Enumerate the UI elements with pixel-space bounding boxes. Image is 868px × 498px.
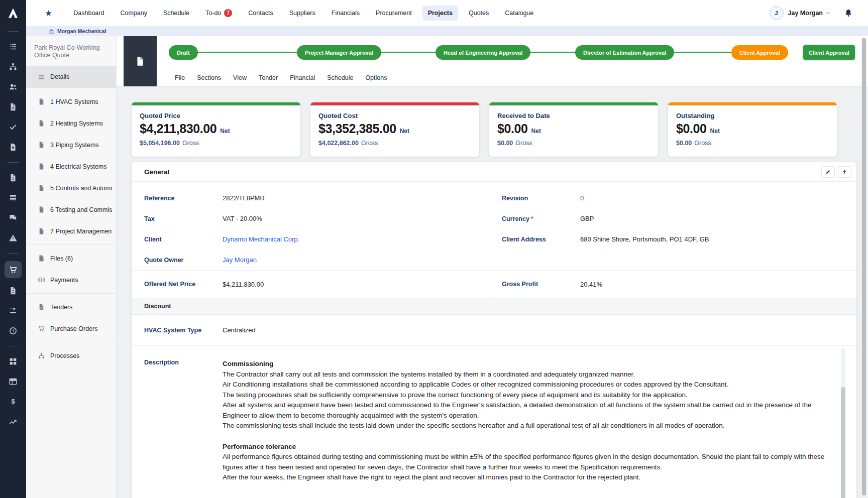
- nav-suppliers[interactable]: Suppliers: [284, 6, 321, 21]
- sidebar-item-label: 6 Testing and Commissioning: [50, 206, 112, 213]
- field-value-revision[interactable]: 0: [580, 194, 584, 202]
- sidebar-item-details[interactable]: Details: [26, 66, 116, 88]
- bank-icon: [49, 29, 54, 34]
- star-icon[interactable]: ★: [45, 9, 52, 18]
- nav-label: Company: [120, 10, 147, 17]
- avatar[interactable]: J: [770, 6, 784, 20]
- sidebar-item-section-4[interactable]: 4 Electrical Systems: [26, 156, 116, 177]
- menu-tender[interactable]: Tender: [259, 74, 278, 81]
- trend-icon[interactable]: [9, 417, 18, 426]
- step-label: Director of Estimation Approval: [583, 50, 666, 56]
- table-icon[interactable]: [9, 377, 18, 386]
- nav-company[interactable]: Company: [115, 6, 153, 21]
- nav-financials[interactable]: Financials: [326, 6, 365, 21]
- nav-label: Suppliers: [289, 10, 315, 17]
- document-icon[interactable]: [9, 286, 18, 295]
- sidebar-item-label: 3 Piping Systems: [50, 142, 99, 149]
- menu-view[interactable]: View: [233, 74, 247, 81]
- menu-file[interactable]: File: [175, 74, 185, 81]
- rail-divider: [8, 31, 19, 32]
- page-scrollbar[interactable]: [861, 37, 866, 496]
- field-label-description: Description: [144, 359, 223, 366]
- kpi-net-suffix: Net: [400, 128, 409, 135]
- workflow-step-estimation-approval[interactable]: Director of Estimation Approval: [575, 45, 674, 60]
- description-scrollbar[interactable]: [841, 348, 845, 498]
- sitemap-icon: [38, 352, 45, 359]
- description-row: Description Commissioning The Contractor…: [132, 346, 856, 498]
- sidebar-item-section-1[interactable]: 1 HVAC Systems: [26, 91, 116, 112]
- page-scrollbar-thumb[interactable]: [862, 38, 866, 495]
- bell-icon[interactable]: [844, 9, 853, 18]
- menu-sections[interactable]: Sections: [197, 74, 221, 81]
- nav-dashboard[interactable]: Dashboard: [68, 6, 110, 21]
- cart-icon-selected[interactable]: [5, 261, 22, 278]
- menu-schedule[interactable]: Schedule: [327, 74, 353, 81]
- sidebar-item-section-2[interactable]: 2 Heating Systems: [26, 112, 116, 134]
- sidebar-item-tenders[interactable]: Tenders: [26, 296, 116, 318]
- client-approval-button[interactable]: Client Approval: [803, 45, 855, 60]
- workflow-step-client-approval[interactable]: Client Approval: [731, 45, 788, 60]
- svg-text:$: $: [11, 398, 15, 405]
- people-icon[interactable]: [9, 82, 18, 91]
- sidebar-item-section-5[interactable]: 5 Controls and Automation: [26, 177, 116, 199]
- chat-icon[interactable]: [9, 213, 18, 222]
- workflow-step-engineering-approval[interactable]: Head of Engineering Approval: [436, 45, 530, 60]
- kpi-title: Received to Date: [497, 112, 650, 119]
- quote-sidebar: Park Royal Co-Working Office Quote Detai…: [26, 36, 117, 498]
- sidebar-item-label: Files (6): [50, 255, 73, 262]
- list-icon[interactable]: [9, 42, 18, 51]
- sitemap-icon[interactable]: [9, 62, 18, 71]
- document-icon: [135, 56, 146, 67]
- field-value-reference: 2822/TL8PMR: [223, 194, 265, 202]
- sidebar-item-processes[interactable]: Processes: [26, 345, 116, 366]
- kpi-gross-value: $0.00: [497, 140, 513, 147]
- sidebar-item-payments[interactable]: Payments: [26, 269, 116, 291]
- icon-rail: $: [0, 0, 26, 498]
- menu-options[interactable]: Options: [365, 74, 387, 81]
- document-icon[interactable]: [9, 173, 18, 182]
- field-value-quote-owner[interactable]: Jay Morgan: [223, 256, 257, 264]
- user-name[interactable]: Jay Morgan: [788, 10, 823, 17]
- nav-todo[interactable]: To-do7: [200, 5, 238, 21]
- grid-icon[interactable]: [9, 357, 18, 366]
- edit-button[interactable]: [821, 166, 835, 178]
- sidebar-item-files[interactable]: Files (6): [26, 247, 116, 269]
- nav-procurement[interactable]: Procurement: [370, 6, 417, 21]
- app-logo[interactable]: [0, 0, 26, 26]
- workflow-step-pm-approval[interactable]: Project Manager Approval: [297, 45, 381, 60]
- breadcrumb-label[interactable]: Morgan Mechanical: [57, 28, 106, 34]
- workflow-step-draft[interactable]: Draft: [169, 45, 198, 60]
- nav-catalogue[interactable]: Catalogue: [499, 6, 539, 21]
- sidebar-item-section-3[interactable]: 3 Piping Systems: [26, 134, 116, 156]
- field-value-tax: VAT - 20.00%: [223, 215, 262, 222]
- clock-icon[interactable]: [9, 326, 18, 335]
- field-value-client[interactable]: Dynamo Mechanical Corp.: [223, 235, 299, 243]
- nav-contacts[interactable]: Contacts: [243, 6, 278, 21]
- description-scrollbar-thumb[interactable]: [841, 387, 845, 498]
- sidebar-item-section-6[interactable]: 6 Testing and Commissioning: [26, 199, 116, 220]
- dollar-icon[interactable]: $: [9, 397, 18, 406]
- menu-financial[interactable]: Financial: [290, 74, 315, 81]
- nav-quotes[interactable]: Quotes: [463, 6, 494, 21]
- file-upload-icon[interactable]: [9, 143, 18, 152]
- file-icon: [38, 255, 45, 262]
- field-label-gross-profit: Gross Profit: [502, 281, 580, 288]
- field-label-currency: Currency*: [502, 215, 580, 222]
- chevron-down-icon[interactable]: [825, 11, 830, 16]
- check-icon[interactable]: [9, 122, 18, 132]
- nav-projects-active[interactable]: Projects: [422, 6, 458, 21]
- field-value-currency: GBP: [580, 215, 594, 222]
- kpi-title: Quoted Price: [140, 112, 292, 119]
- description-paragraph: All performance figures obtained during …: [223, 452, 833, 472]
- sidebar-item-purchase-orders[interactable]: Purchase Orders: [26, 318, 116, 339]
- nav-schedule[interactable]: Schedule: [158, 6, 195, 21]
- kpi-net-value: $0.00: [676, 121, 707, 136]
- adjustments-icon[interactable]: [9, 306, 18, 315]
- sidebar-item-section-7[interactable]: 7 Project Management: [26, 220, 116, 242]
- document-icon[interactable]: [9, 102, 18, 111]
- kpi-gross-suffix: Gross: [361, 140, 378, 147]
- export-button[interactable]: [838, 166, 851, 178]
- rows-icon[interactable]: [9, 193, 18, 202]
- quote-doc-tab[interactable]: [124, 36, 157, 86]
- warning-icon[interactable]: [9, 233, 18, 242]
